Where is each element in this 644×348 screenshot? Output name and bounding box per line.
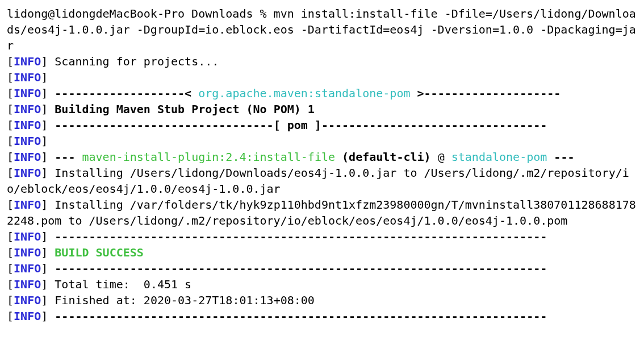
info-tag: INFO [14,230,41,243]
info-tag: INFO [14,309,41,323]
rule: ----------------------------------------… [55,230,547,243]
info-tag: INFO [14,71,41,84]
hdr1-left: -------------------< [55,86,198,100]
build-success: BUILD SUCCESS [55,246,144,259]
plugin-prefix: --- [55,150,82,164]
rule: ----------------------------------------… [55,262,547,275]
info-tag: INFO [14,166,41,180]
plugin-at: @ [431,150,451,164]
info-tag: INFO [14,198,41,212]
finished-at: Finished at: 2020-03-27T18:01:13+08:00 [55,293,315,307]
rule: ----------------------------------------… [55,309,547,323]
plugin-post: --- [547,150,574,164]
hdr-build: Building Maven Stub Project (No POM) 1 [55,102,315,116]
info-tag: INFO [14,134,41,148]
command-line: lidong@lidongdeMacBook-Pro Downloads % m… [7,7,636,52]
info-tag: INFO [14,118,41,132]
msg-install1: Installing /Users/lidong/Downloads/eos4j… [7,166,629,196]
info-tag: INFO [14,86,41,100]
hdr2: --------------------------------[ pom ]-… [55,118,547,132]
hdr1-artifact: org.apache.maven:standalone-pom [198,86,410,100]
info-tag: INFO [14,262,41,275]
info-tag: INFO [14,102,41,116]
hdr1-right: >-------------------- [410,86,561,100]
plugin-id: maven-install-plugin:2.4:install-file [82,150,335,164]
info-tag: INFO [14,277,41,291]
info-tag: INFO [14,55,41,68]
msg-scanning: Scanning for projects... [55,55,219,68]
info-tag: INFO [14,293,41,307]
info-tag: INFO [14,150,41,164]
total-time: Total time: 0.451 s [55,277,191,291]
msg-install2: Installing /var/folders/tk/hyk9zp110hbd9… [7,198,636,227]
plugin-project: standalone-pom [451,150,547,164]
plugin-mid: (default-cli) [335,150,431,164]
terminal-output: lidong@lidongdeMacBook-Pro Downloads % m… [0,0,644,330]
info-tag: INFO [14,246,41,259]
